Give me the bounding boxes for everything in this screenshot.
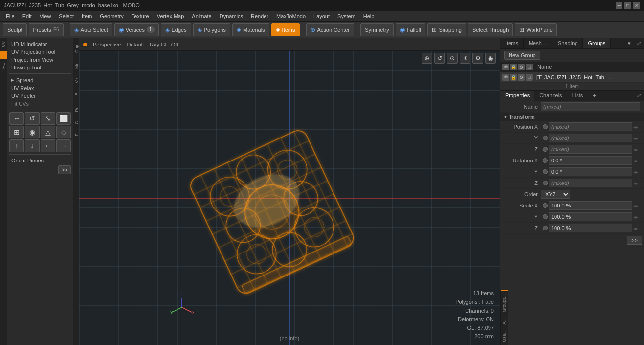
maximize-button[interactable]: □ [624,2,631,9]
item-eye-icon[interactable]: 👁 [502,74,509,81]
vert-tab-dop[interactable]: Dop... [73,38,79,56]
menu-file[interactable]: File [2,12,19,20]
col-lock-icon[interactable]: 🔒 [510,64,517,70]
prop-transform-section[interactable]: ▾ Transform [500,113,644,121]
prop-scale-y-drag[interactable]: ◂▸ [633,214,640,220]
props-tab-lists[interactable]: Lists [567,91,588,101]
vert-tab-a[interactable]: A... [501,315,508,328]
menu-geometry[interactable]: Geometry [96,12,127,20]
prop-pos-z-indicator[interactable] [543,147,548,152]
prop-pos-y-indicator[interactable] [543,136,548,140]
minimize-button[interactable]: ─ [616,2,622,9]
tool-uv-peeler[interactable]: UV Peeler [9,92,71,100]
tool-spread[interactable]: ▸ Spread [9,76,71,84]
menu-vertex-map[interactable]: Vertex Map [153,12,188,20]
prop-scale-x-drag[interactable]: ◂▸ [633,203,640,208]
prop-scale-y-value[interactable]: 100.0 % [549,212,632,221]
vp-tool-rotate[interactable]: ↺ [434,53,445,64]
menu-render[interactable]: Render [247,12,272,20]
prop-pos-x-indicator[interactable] [543,124,548,129]
prop-pos-x-drag[interactable]: ◂▸ [633,124,640,130]
props-tab-add[interactable]: + [589,91,600,101]
prop-rot-x-value[interactable]: 0.0 ° [549,156,632,165]
item-box-icon[interactable]: □ [526,74,533,81]
vert-tab-use[interactable]: Use... [501,327,508,345]
tool-down[interactable]: ↓ [25,139,40,152]
vert-tab-me[interactable]: Me... [73,56,79,71]
symmetry-button[interactable]: Symmetry [360,23,394,36]
tool-scale[interactable]: ⤡ [41,112,55,125]
item-lock-icon[interactable]: 🔒 [510,74,517,81]
expand-btn[interactable]: >> [58,165,71,174]
prop-rot-z-drag[interactable]: ◂▸ [633,181,640,186]
tool-right[interactable]: → [56,139,71,152]
new-group-button[interactable]: New Group [504,51,540,60]
vert-tab-groups[interactable]: Groups... [501,291,508,315]
snapping-button[interactable]: ⊞ Snapping [427,23,466,36]
tool-cube[interactable]: ⬜ [56,112,71,125]
prop-rot-z-indicator[interactable] [543,181,548,185]
action-center-button[interactable]: ⊕ Action Center [306,23,355,36]
sidebar-uv-active[interactable] [0,51,7,59]
prop-rot-y-drag[interactable]: ◂▸ [633,169,640,175]
vert-tab-ve[interactable]: Ve... [73,71,79,86]
close-button[interactable]: ✕ [633,2,640,9]
select-through-button[interactable]: Select Through [468,23,513,36]
item-gear-icon[interactable]: ⚙ [518,74,525,81]
prop-pos-x-value[interactable]: (mixed) [549,122,632,131]
materials-button[interactable]: ◈ Materials [232,23,269,36]
menu-view[interactable]: View [36,12,55,20]
sidebar-tab-f[interactable]: F... [0,60,7,71]
prop-scale-z-indicator[interactable] [543,226,548,230]
vp-tool-sun[interactable]: ☀ [460,53,470,64]
prop-pos-z-value[interactable]: (mixed) [549,145,632,154]
props-tab-properties[interactable]: Properties [500,91,534,101]
presets-button[interactable]: Presets F6 [29,23,64,36]
menu-select[interactable]: Select [55,12,78,20]
vert-tab-f[interactable]: F... [73,127,79,139]
prop-pos-y-drag[interactable]: ◂▸ [633,136,640,141]
tab-groups[interactable]: Groups [583,38,611,48]
prop-scale-x-indicator[interactable] [543,203,548,208]
prop-scale-z-drag[interactable]: ◂▸ [633,226,640,231]
items-button[interactable]: ◈ Items [271,23,300,36]
sculpt-button[interactable]: Sculpt [3,23,27,36]
tool-sphere[interactable]: ◉ [25,126,40,138]
tool-left[interactable]: ← [41,139,55,152]
tool-uv-relax[interactable]: UV Relax [9,84,71,92]
props-expand-button[interactable]: >> [627,236,642,245]
prop-rot-x-indicator[interactable] [543,158,548,163]
prop-name-value[interactable]: (mixed) [541,102,640,111]
prop-rot-x-drag[interactable]: ◂▸ [633,158,640,163]
tab-items[interactable]: Items [500,38,524,48]
menu-dynamics[interactable]: Dynamics [216,12,247,20]
vert-tab-pol[interactable]: Pol... [73,99,79,115]
tool-move[interactable]: ↔ [9,112,24,125]
tool-up[interactable]: ↑ [9,139,24,152]
vp-tool-expand[interactable]: ◉ [485,53,496,64]
col-gear-icon[interactable]: ⚙ [518,64,525,70]
menu-maxtomodo[interactable]: MaxToModo [272,12,310,20]
tool-udim[interactable]: UDIM Indicator [9,40,71,48]
tab-expand-icon[interactable]: ▾ [625,38,634,48]
menu-edit[interactable]: Edit [19,12,36,20]
prop-scale-x-value[interactable]: 100.0 % [549,201,632,210]
tool-rotate[interactable]: ↺ [25,112,40,125]
tab-mesh[interactable]: Mesh ... [524,38,553,48]
tab-shading[interactable]: Shading [553,38,583,48]
vert-tab-c[interactable]: C... [73,115,79,127]
sidebar-tab-uv[interactable]: UV [0,38,7,50]
falloff-button[interactable]: ◉ Falloff [396,23,426,36]
vp-tool-crosshair[interactable]: ⊕ [422,53,432,64]
prop-pos-z-drag[interactable]: ◂▸ [633,147,640,152]
menu-help[interactable]: Help [359,12,378,20]
vp-tool-zoom[interactable]: ⊙ [447,53,458,64]
vertices-button[interactable]: ◉ Vertices 1 [114,23,159,36]
tool-fit-uvs[interactable]: Fit UVs [9,100,71,108]
prop-scale-z-value[interactable]: 100.0 % [549,224,632,232]
prop-pos-y-value[interactable]: (mixed) [549,134,632,142]
tool-triangle[interactable]: △ [41,126,55,138]
menu-layout[interactable]: Layout [310,12,333,20]
props-tab-expand[interactable]: ⤢ [634,91,644,101]
tool-uv-projection[interactable]: UV Projection Tool [9,48,71,56]
